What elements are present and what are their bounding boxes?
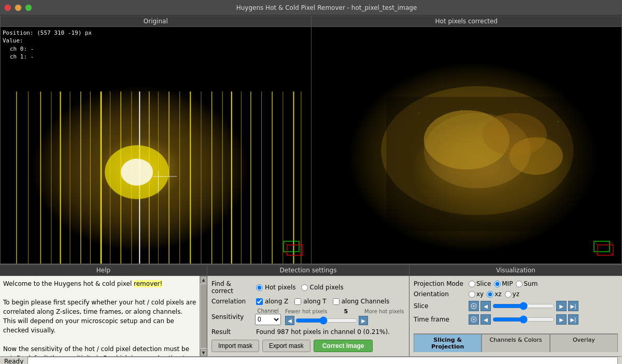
find-correct-radios: Hot pixels Cold pixels [256, 284, 347, 291]
status-text: Ready [4, 358, 23, 364]
find-correct-label: Find & correct [211, 280, 253, 295]
hot-pixels-radio[interactable] [256, 284, 263, 291]
svg-rect-36 [287, 245, 303, 255]
svg-point-68 [473, 318, 475, 321]
find-correct-row: Find & correct Hot pixels Cold pixels [211, 280, 405, 295]
svg-rect-56 [536, 129, 536, 129]
bottom-row: Help Welcome to the Huygens hot & cold p… [0, 265, 622, 356]
status-input[interactable] [27, 357, 618, 364]
sensitivity-slider[interactable] [295, 316, 358, 325]
yz-label: yz [513, 290, 519, 298]
detection-panel: Detection settings Find & correct Hot pi… [207, 265, 409, 356]
help-body: To begin please first specify whether yo… [3, 299, 196, 356]
help-wrapper: Welcome to the Huygens hot & cold pixel … [0, 276, 207, 356]
help-scrollbar[interactable]: ▲ ▼ [200, 276, 207, 356]
svg-rect-59 [594, 241, 610, 252]
sensitivity-label: Sensitivity [211, 313, 253, 321]
time-frame-label: Time frame [414, 316, 465, 323]
time-slider[interactable] [492, 315, 555, 324]
scroll-up-arrow[interactable]: ▲ [200, 276, 207, 283]
corner-box-original [283, 241, 306, 258]
tab-overlay[interactable]: Overlay [550, 334, 618, 352]
original-canvas[interactable]: Position: (557 310 -19) px Value: ch 0: … [1, 27, 311, 264]
sum-radio[interactable] [516, 281, 522, 287]
tab-channels-colors[interactable]: Channels & Colors [482, 334, 549, 352]
channel-label: Channel [257, 308, 278, 314]
scroll-down-arrow[interactable]: ▼ [200, 349, 207, 356]
original-panel: Original Position: (557 310 -19) px Valu… [0, 16, 312, 264]
svg-rect-51 [461, 110, 462, 111]
svg-rect-57 [557, 121, 558, 122]
svg-rect-54 [515, 110, 515, 111]
xy-radio[interactable] [469, 291, 475, 298]
svg-point-66 [473, 305, 475, 307]
slice-end-btn[interactable]: ▶| [568, 301, 578, 311]
svg-line-37 [284, 241, 287, 245]
svg-rect-52 [483, 124, 483, 125]
import-mask-button[interactable]: Import mask [211, 340, 259, 352]
help-panel: Help Welcome to the Huygens hot & cold p… [0, 265, 207, 356]
correlation-row: Correlation along Z along T along Channe… [211, 298, 405, 305]
correlation-label: Correlation [211, 298, 253, 305]
tab-slicing-projection[interactable]: Slicing & Projection [414, 334, 482, 352]
svg-rect-49 [418, 113, 419, 114]
maximize-button[interactable] [25, 4, 32, 11]
detection-content: Find & correct Hot pixels Cold pixels Co… [207, 276, 409, 356]
sensitivity-value: 5 [344, 308, 348, 315]
cold-pixels-radio[interactable] [301, 284, 308, 291]
visualization-title: Visualization [409, 265, 622, 276]
slice-slider-row: ◀ ▶ ▶| [469, 301, 578, 311]
time-end-btn[interactable]: ▶| [568, 314, 578, 325]
xz-radio[interactable] [487, 291, 493, 298]
svg-line-62 [610, 241, 613, 245]
ch0-text: ch 0: - [3, 45, 92, 53]
slice-next-btn[interactable]: ▶ [556, 301, 567, 311]
help-content[interactable]: Welcome to the Huygens hot & cold pixel … [0, 276, 200, 356]
along-t-checkbox[interactable] [294, 298, 301, 305]
titlebar: Huygens Hot & Cold Pixel Remover - hot_p… [0, 0, 622, 16]
slider-decrease-btn[interactable]: ◀ [285, 316, 294, 325]
button-row: Import mask Export mask Correct Image [211, 340, 405, 352]
sum-label: Sum [524, 280, 538, 287]
correlation-checkboxes: along Z along T along Channels [256, 298, 389, 305]
svg-line-38 [299, 241, 303, 245]
corrected-image [312, 27, 622, 264]
orientation-label: Orientation [414, 290, 465, 298]
along-z-label: along Z [265, 298, 288, 305]
svg-line-63 [594, 252, 598, 255]
mip-label: MIP [502, 280, 513, 287]
image-row: Original Position: (557 310 -19) px Valu… [0, 16, 622, 265]
export-mask-button[interactable]: Export mask [262, 340, 310, 352]
time-prev-btn[interactable]: ◀ [480, 314, 491, 325]
along-channels-checkbox[interactable] [333, 298, 340, 305]
orientation-row: Orientation xy xz yz [414, 290, 618, 298]
slice-radio[interactable] [469, 281, 475, 287]
xy-label: xy [476, 290, 484, 298]
slider-increase-btn[interactable]: ▶ [359, 316, 368, 325]
slice-slider[interactable] [492, 301, 555, 311]
result-row: Result Found 987 hot pixels in channel 0… [211, 328, 405, 336]
minimize-button[interactable] [15, 4, 22, 11]
slice-label: Slice [476, 280, 491, 287]
svg-rect-50 [426, 121, 427, 122]
correct-image-button[interactable]: Correct Image [314, 340, 373, 352]
time-icon [469, 314, 479, 325]
slice-prev-btn[interactable]: ◀ [480, 301, 491, 311]
time-next-btn[interactable]: ▶ [556, 314, 567, 325]
close-button[interactable] [4, 4, 11, 11]
mip-radio[interactable] [494, 281, 501, 287]
projection-mode-label: Projection Mode [414, 280, 465, 287]
fewer-hot-label: Fewer hot pixels [285, 309, 327, 314]
scroll-thumb[interactable] [201, 284, 207, 348]
along-channels-label: along Channels [342, 298, 390, 305]
along-z-checkbox[interactable] [256, 298, 263, 305]
yz-radio[interactable] [505, 291, 512, 298]
slice-row: Slice ◀ ▶ ▶| [414, 301, 618, 311]
sensitivity-slider-container: ◀ ▶ [285, 316, 368, 325]
channel-select[interactable]: 0 1 [255, 314, 281, 325]
along-t-label: along T [303, 298, 326, 305]
corrected-canvas[interactable] [312, 27, 622, 264]
svg-line-61 [594, 241, 598, 245]
projection-radios: Slice MIP Sum [469, 280, 540, 287]
visualization-panel: Visualization Projection Mode Slice MIP … [409, 265, 622, 356]
